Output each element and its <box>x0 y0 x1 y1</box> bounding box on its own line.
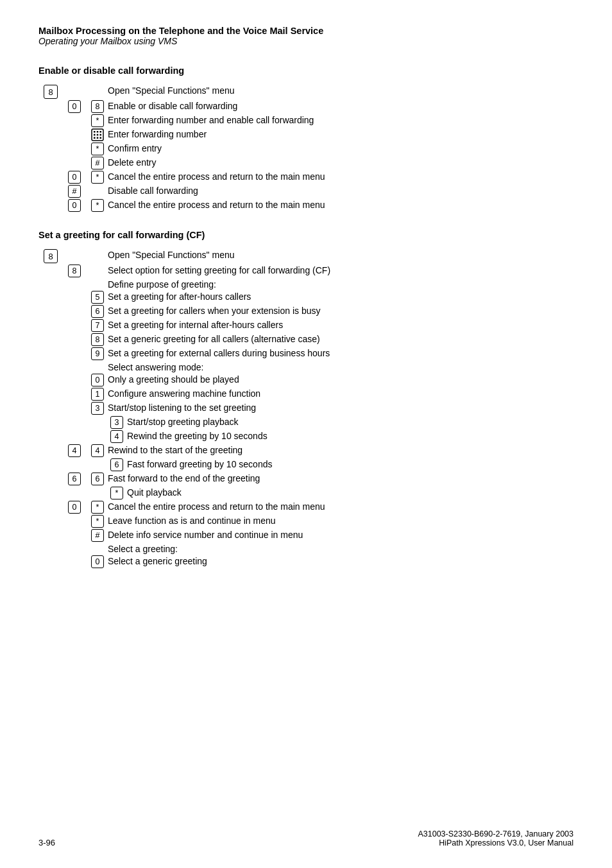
row-cf-5: * Confirm entry <box>38 143 574 155</box>
svg-rect-5 <box>97 134 99 136</box>
footer-ref-line1: A31003-S2330-B690-2-7619, January 2003 <box>418 829 574 838</box>
key-0-cg19: 0 <box>62 501 85 514</box>
desc-cf-2: Enable or disable call forwarding <box>108 100 574 111</box>
desc-cg-17: Fast forward to the end of the greeting <box>108 473 574 483</box>
desc-cg-11: Configure answering machine function <box>108 388 574 399</box>
desc-cg-12: Start/stop listening to the set greeting <box>108 402 574 413</box>
row-cg-10: 0 Only a greeting should be played <box>38 374 574 386</box>
desc-cf-3: Enter forwarding number and enable call … <box>108 114 574 125</box>
key-4-cg15b: 4 <box>85 444 108 457</box>
desc-cg-5: Set a greeting for callers when your ext… <box>108 305 574 316</box>
svg-rect-4 <box>94 134 96 136</box>
key-keypad-cf4 <box>85 128 108 141</box>
svg-rect-9 <box>100 137 102 139</box>
key-star-cg19: * <box>85 501 108 514</box>
key-6-cg17a: 6 <box>62 473 85 485</box>
row-cg-11: 1 Configure answering machine function <box>38 388 574 401</box>
svg-rect-6 <box>100 134 102 136</box>
desc-cg-4: Set a greeting for after-hours callers <box>108 291 574 302</box>
footer-ref-line2: HiPath Xpressions V3.0, User Manual <box>418 838 574 847</box>
row-cf-7: 0 * Cancel the entire process and return… <box>38 171 574 184</box>
key-star-cf9: * <box>85 199 108 212</box>
key-9-cg8: 9 <box>85 347 108 360</box>
desc-cf-4: Enter forwarding number <box>108 128 574 139</box>
desc-cf-7: Cancel the entire process and return to … <box>108 171 574 182</box>
row-cg-14: 4 Rewind the greeting by 10 seconds <box>38 430 574 443</box>
row-cg-18: * Quit playback <box>38 487 574 499</box>
section-cf-greeting: Set a greeting for call forwarding (CF) … <box>38 230 574 568</box>
desc-cg-15: Rewind to the start of the greeting <box>108 444 574 455</box>
footer: 3-96 A31003-S2330-B690-2-7619, January 2… <box>38 829 574 847</box>
footer-ref: A31003-S2330-B690-2-7619, January 2003 H… <box>418 829 574 847</box>
desc-cg-9: Select answering mode: <box>108 361 574 372</box>
key-star-cf3: * <box>85 114 108 127</box>
desc-cg-7: Set a generic greeting for all callers (… <box>108 333 574 344</box>
desc-cg-8: Set a greeting for external callers duri… <box>108 347 574 358</box>
row-cg-8: 9 Set a greeting for external callers du… <box>38 347 574 360</box>
desc-cg-19: Cancel the entire process and return to … <box>108 501 574 512</box>
row-cf-4: Enter forwarding number <box>38 128 574 141</box>
desc-cg-13: Start/stop greeting playback <box>127 416 574 427</box>
desc-cg-20: Leave function as is and continue in men… <box>108 515 574 526</box>
svg-rect-1 <box>94 131 96 133</box>
row-cg-6: 7 Set a greeting for internal after-hour… <box>38 319 574 332</box>
key-8-large: 8 <box>38 85 62 99</box>
row-cg-15: 4 4 Rewind to the start of the greeting <box>38 444 574 457</box>
row-cg-16: 6 Fast forward greeting by 10 seconds <box>38 458 574 471</box>
desc-cf-8: Disable call forwarding <box>108 185 574 196</box>
key-6-cg17b: 6 <box>85 473 108 485</box>
desc-cg-1: Open "Special Functions" menu <box>108 249 574 260</box>
desc-cf-9: Cancel the entire process and return to … <box>108 199 574 210</box>
page-subtitle: Operating your Mailbox using VMS <box>38 36 574 46</box>
key-1-cg11: 1 <box>85 388 108 401</box>
row-cg-22: Select a greeting: <box>38 543 574 554</box>
key-star-cf7: * <box>85 171 108 184</box>
key-hash-cf8: # <box>62 185 85 198</box>
key-hash-cf6: # <box>85 157 108 169</box>
row-cg-7: 8 Set a generic greeting for all callers… <box>38 333 574 346</box>
row-cg-4: 5 Set a greeting for after-hours callers <box>38 291 574 304</box>
key-4-cg14: 4 <box>104 430 127 443</box>
row-cg-9: Select answering mode: <box>38 361 574 372</box>
row-cg-13: 3 Start/stop greeting playback <box>38 416 574 429</box>
row-cf-8: # Disable call forwarding <box>38 185 574 198</box>
key-8-cg1: 8 <box>38 249 62 263</box>
row-cf-1: 8 Open "Special Functions" menu <box>38 85 574 99</box>
desc-cg-18: Quit playback <box>127 487 574 498</box>
key-4-cg15a: 4 <box>62 444 85 457</box>
key-8-cg2: 8 <box>62 265 85 277</box>
row-cg-3: Define purpose of greeting: <box>38 279 574 290</box>
row-cf-2: 0 8 Enable or disable call forwarding <box>38 100 574 113</box>
desc-cg-14: Rewind the greeting by 10 seconds <box>127 430 574 441</box>
desc-cg-10: Only a greeting should be played <box>108 374 574 385</box>
row-cf-9: 0 * Cancel the entire process and return… <box>38 199 574 212</box>
desc-cg-22: Select a greeting: <box>108 543 574 554</box>
section-title-call-forwarding: Enable or disable call forwarding <box>38 65 574 76</box>
key-6-cg16: 6 <box>104 458 127 471</box>
desc-cg-3: Define purpose of greeting: <box>108 279 574 290</box>
row-cf-6: # Delete entry <box>38 157 574 169</box>
key-5-cg4: 5 <box>85 291 108 304</box>
row-cg-23: 0 Select a generic greeting <box>38 555 574 568</box>
desc-cg-23: Select a generic greeting <box>108 555 574 566</box>
row-cg-20: * Leave function as is and continue in m… <box>38 515 574 528</box>
row-cg-2: 8 Select option for setting greeting for… <box>38 265 574 277</box>
desc-cf-6: Delete entry <box>108 157 574 168</box>
key-star-cg20: * <box>85 515 108 528</box>
row-cg-17: 6 6 Fast forward to the end of the greet… <box>38 473 574 485</box>
key-0-cf7: 0 <box>62 171 85 184</box>
desc-cg-6: Set a greeting for internal after-hours … <box>108 319 574 330</box>
key-3-cg12: 3 <box>85 402 108 415</box>
key-star-cf5: * <box>85 143 108 155</box>
svg-rect-7 <box>94 137 96 139</box>
row-cg-12: 3 Start/stop listening to the set greeti… <box>38 402 574 415</box>
svg-rect-8 <box>97 137 99 139</box>
row-cg-19: 0 * Cancel the entire process and return… <box>38 501 574 514</box>
desc-cg-2: Select option for setting greeting for c… <box>108 265 574 275</box>
key-3-cg13: 3 <box>104 416 127 429</box>
desc-cg-16: Fast forward greeting by 10 seconds <box>127 458 574 469</box>
key-hash-cg21: # <box>85 529 108 542</box>
desc-cf-5: Confirm entry <box>108 143 574 153</box>
key-0-cg23: 0 <box>85 555 108 568</box>
key-8-cg7: 8 <box>85 333 108 346</box>
